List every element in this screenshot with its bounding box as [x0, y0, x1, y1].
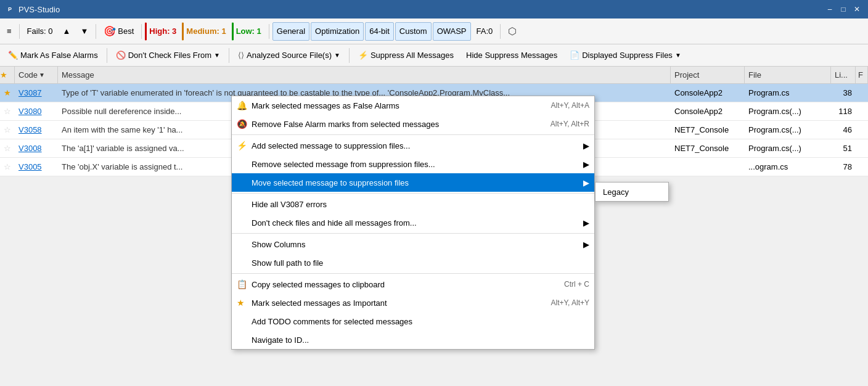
down-arrow-icon: ▼ [80, 27, 88, 36]
row-file: Program.cs [745, 88, 831, 97]
ctx-add-todo[interactable]: Add TODO comments for selected messages [232, 312, 594, 331]
mark-false-alarms-button[interactable]: ✏️ Mark As False Alarms [2, 47, 104, 64]
submenu-arrow5-icon: ▶ [583, 240, 589, 249]
ctx-copy-clipboard[interactable]: 📋 Copy selected messages to clipboard Ct… [232, 275, 594, 294]
medium-button[interactable]: Medium: 1 [182, 22, 230, 41]
owasp-label: OWASP [437, 27, 467, 36]
low-button[interactable]: Low: 1 [232, 22, 266, 41]
header-project[interactable]: Project [671, 67, 745, 83]
fa-button[interactable]: FA:0 [472, 22, 497, 41]
ctx-add-suppression[interactable]: ⚡ Add selected message to suppression fi… [232, 136, 594, 155]
ctx-show-path[interactable]: Show full path to file [232, 253, 594, 272]
ctx-show-columns-label: Show Columns [252, 240, 305, 249]
row-star[interactable]: ☆ [0, 125, 15, 134]
ctx-show-columns[interactable]: Show Columns ▶ [232, 235, 594, 253]
displayed-suppress-button[interactable]: 📄 Displayed Suppress Files ▼ [564, 47, 687, 64]
ctx-mark-false-shortcut: Alt+Y, Alt+A [551, 101, 590, 110]
row-star[interactable]: ☆ [0, 107, 15, 116]
custom-button[interactable]: Custom [395, 22, 432, 41]
ctx-mark-important[interactable]: ★ Mark selected messages as Important Al… [232, 294, 594, 312]
ctx-remove-false-label: Remove False Alarm marks from selected m… [252, 120, 439, 129]
64bit-button[interactable]: 64-bit [365, 22, 394, 41]
row-code[interactable]: V3080 [15, 107, 58, 116]
ctx-add-suppression-label: Add selected message to suppression file… [252, 141, 410, 150]
row-line: 118 [831, 107, 856, 116]
filter-button[interactable]: ⬡ [504, 22, 521, 41]
row-file: Program.cs(...) [745, 144, 831, 153]
ctx-move-suppression-label: Move selected message to suppression fil… [252, 178, 409, 187]
row-code[interactable]: V3087 [15, 88, 58, 97]
up-button[interactable]: ▲ [59, 22, 75, 41]
optimization-button[interactable]: Optimization [311, 22, 364, 41]
titlebar-controls[interactable]: – □ ✕ [824, 3, 863, 15]
row-line: 78 [831, 162, 856, 171]
general-button[interactable]: General [272, 22, 309, 41]
divider5 [500, 24, 501, 39]
analyzed-source-button[interactable]: ⟨⟩ Analyzed Source File(s) ▼ [232, 47, 346, 64]
header-code[interactable]: Code ▼ [15, 67, 58, 83]
row-line: 46 [831, 125, 856, 134]
divider3 [141, 24, 142, 39]
row-code[interactable]: V3058 [15, 125, 58, 134]
file-header-label: File [748, 70, 761, 80]
best-label: Best [118, 27, 134, 36]
ctx-mark-false[interactable]: 🔔 Mark selected messages as False Alarms… [232, 96, 594, 115]
ctx-remove-false[interactable]: 🔕 Remove False Alarm marks from selected… [232, 115, 594, 133]
displayed-suppress-label: Displayed Suppress Files [582, 51, 673, 60]
row-star[interactable]: ★ [0, 88, 15, 97]
header-line[interactable]: Li... [831, 67, 856, 83]
bell-icon: 🔔 [237, 101, 247, 110]
minimize-button[interactable]: – [824, 3, 836, 15]
row-project: ConsoleApp2 [671, 107, 745, 116]
ctx-remove-suppression[interactable]: Remove selected message from suppression… [232, 155, 594, 173]
analyzed-source-dropdown-icon: ▼ [334, 52, 340, 59]
close-button[interactable]: ✕ [851, 3, 863, 15]
high-button[interactable]: High: 3 [145, 22, 181, 41]
submenu-arrow3-icon: ▶ [583, 178, 589, 187]
message-header-label: Message [62, 70, 94, 80]
row-project: ConsoleApp2 [671, 88, 745, 97]
down-button[interactable]: ▼ [76, 22, 92, 41]
app-icon: P [5, 4, 15, 14]
ctx-add-todo-label: Add TODO comments for selected messages [252, 317, 412, 326]
submenu-arrow2-icon: ▶ [583, 160, 589, 169]
code-sort-icon: ▼ [39, 72, 45, 78]
clipboard-icon: 📋 [237, 279, 247, 289]
row-code[interactable]: V3005 [15, 162, 58, 171]
header-message[interactable]: Message [58, 67, 671, 83]
best-button[interactable]: 🎯 Best [99, 22, 138, 41]
maximize-button[interactable]: □ [837, 3, 850, 15]
mark-false-alarms-label: Mark As False Alarms [20, 51, 98, 60]
ctx-separator2 [232, 193, 594, 194]
line-header-label: Li... [835, 70, 848, 80]
ctx-dont-check[interactable]: Don't check files and hide all messages … [232, 213, 594, 232]
row-star[interactable]: ☆ [0, 162, 15, 171]
submenu-legacy[interactable]: Legacy [596, 183, 668, 201]
bell-slash-icon: 🔕 [237, 119, 247, 129]
row-code[interactable]: V3008 [15, 144, 58, 153]
header-star[interactable]: ★ [0, 67, 15, 83]
main-toolbar: ≡ Fails: 0 ▲ ▼ 🎯 Best High: 3 Medium: 1 … [0, 18, 868, 44]
fails-button[interactable]: Fails: 0 [23, 22, 57, 41]
ctx-dont-check-label: Don't check files and hide all messages … [252, 218, 417, 228]
suppress-all-button[interactable]: ⚡ Suppress All Messages [353, 47, 459, 64]
ctx-navigate-id[interactable]: Navigate to ID... [232, 331, 594, 349]
submenu-legacy-label: Legacy [603, 187, 629, 197]
ctx-navigate-id-label: Navigate to ID... [252, 335, 309, 345]
row-file: Program.cs(...) [745, 107, 831, 116]
menu-button[interactable]: ≡ [2, 22, 16, 41]
row-star[interactable]: ☆ [0, 144, 15, 153]
header-f[interactable]: F [856, 67, 868, 83]
hide-suppress-button[interactable]: Hide Suppress Messages [461, 47, 563, 64]
ctx-hide-errors[interactable]: Hide all V3087 errors [232, 195, 594, 213]
secondary-toolbar: ✏️ Mark As False Alarms 🚫 Don't Check Fi… [0, 44, 868, 67]
owasp-button[interactable]: OWASP [433, 22, 471, 41]
high-label: High: 3 [149, 27, 176, 36]
f-header-label: F [858, 70, 863, 80]
low-label: Low: 1 [236, 27, 261, 36]
ctx-separator4 [232, 273, 594, 274]
row-file: ...ogram.cs [745, 162, 831, 171]
dont-check-files-button[interactable]: 🚫 Don't Check Files From ▼ [110, 47, 226, 64]
header-file[interactable]: File [745, 67, 831, 83]
ctx-move-suppression[interactable]: Move selected message to suppression fil… [232, 173, 594, 192]
